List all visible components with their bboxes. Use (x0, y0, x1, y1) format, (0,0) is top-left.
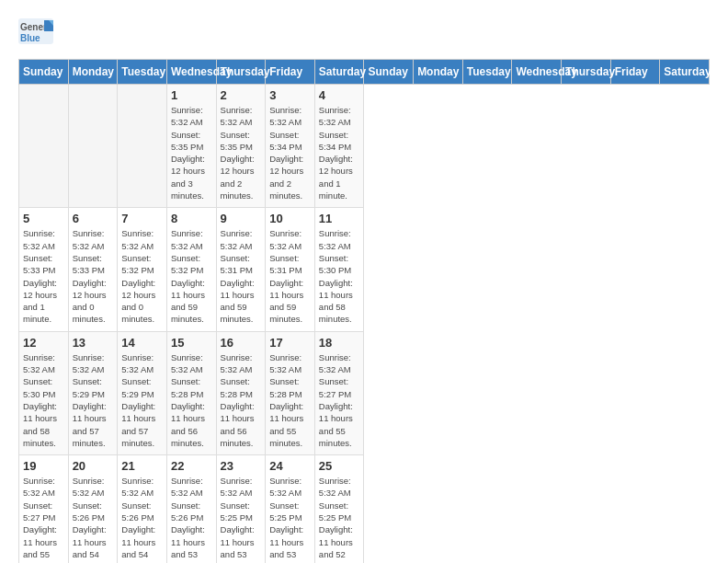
day-number: 11 (319, 212, 360, 225)
day-header-saturday: Saturday (314, 60, 364, 85)
calendar-week-row: 12Sunrise: 5:32 AM Sunset: 5:30 PM Dayli… (19, 331, 710, 454)
day-number: 3 (269, 88, 311, 102)
day-info: Sunrise: 5:32 AM Sunset: 5:35 PM Dayligh… (171, 104, 212, 201)
day-number: 20 (73, 459, 114, 473)
calendar-cell: 10Sunrise: 5:32 AM Sunset: 5:31 PM Dayli… (266, 208, 315, 331)
calendar-cell: 12Sunrise: 5:32 AM Sunset: 5:30 PM Dayli… (19, 331, 69, 454)
day-info: Sunrise: 5:32 AM Sunset: 5:31 PM Dayligh… (269, 227, 311, 325)
day-number: 23 (221, 459, 262, 473)
day-info: Sunrise: 5:32 AM Sunset: 5:31 PM Dayligh… (221, 227, 262, 325)
day-info: Sunrise: 5:32 AM Sunset: 5:32 PM Dayligh… (121, 227, 163, 325)
calendar-week-row: 19Sunrise: 5:32 AM Sunset: 5:27 PM Dayli… (19, 455, 710, 563)
calendar-cell: 17Sunrise: 5:32 AM Sunset: 5:28 PM Dayli… (266, 331, 315, 454)
day-number: 21 (121, 459, 163, 473)
day-info: Sunrise: 5:32 AM Sunset: 5:28 PM Dayligh… (221, 351, 262, 449)
calendar-cell: 19Sunrise: 5:32 AM Sunset: 5:27 PM Dayli… (19, 455, 69, 563)
calendar-cell: 6Sunrise: 5:32 AM Sunset: 5:33 PM Daylig… (68, 208, 118, 331)
day-info: Sunrise: 5:32 AM Sunset: 5:34 PM Dayligh… (319, 104, 360, 201)
day-number: 16 (221, 336, 262, 350)
day-info: Sunrise: 5:32 AM Sunset: 5:28 PM Dayligh… (269, 351, 311, 449)
day-info: Sunrise: 5:32 AM Sunset: 5:29 PM Dayligh… (121, 351, 163, 449)
calendar-cell (19, 85, 69, 208)
day-number: 13 (73, 336, 114, 350)
day-info: Sunrise: 5:32 AM Sunset: 5:26 PM Dayligh… (171, 475, 212, 563)
day-header-sunday: Sunday (364, 60, 414, 85)
calendar-header-row: SundayMondayTuesdayWednesdayThursdayFrid… (19, 60, 710, 85)
day-header-thursday: Thursday (216, 60, 266, 85)
day-info: Sunrise: 5:32 AM Sunset: 5:33 PM Dayligh… (23, 227, 64, 325)
calendar-week-row: 5Sunrise: 5:32 AM Sunset: 5:33 PM Daylig… (19, 208, 710, 331)
day-number: 12 (23, 336, 64, 350)
day-number: 22 (171, 459, 212, 473)
day-header-friday: Friday (610, 60, 660, 85)
calendar-cell: 13Sunrise: 5:32 AM Sunset: 5:29 PM Dayli… (68, 331, 118, 454)
calendar-cell: 23Sunrise: 5:32 AM Sunset: 5:25 PM Dayli… (216, 455, 266, 563)
page-header: General Blue (18, 18, 710, 44)
day-header-wednesday: Wednesday (166, 60, 216, 85)
calendar-cell: 18Sunrise: 5:32 AM Sunset: 5:27 PM Dayli… (314, 331, 364, 454)
day-number: 18 (319, 336, 360, 350)
day-info: Sunrise: 5:32 AM Sunset: 5:25 PM Dayligh… (319, 475, 360, 563)
day-number: 17 (269, 336, 311, 350)
day-header-tuesday: Tuesday (462, 60, 512, 85)
day-number: 14 (121, 336, 163, 350)
day-number: 4 (319, 88, 360, 102)
logo-icon: General Blue (18, 18, 53, 44)
calendar-cell: 16Sunrise: 5:32 AM Sunset: 5:28 PM Dayli… (216, 331, 266, 454)
calendar-cell: 15Sunrise: 5:32 AM Sunset: 5:28 PM Dayli… (166, 331, 216, 454)
day-header-thursday: Thursday (562, 60, 611, 85)
calendar-cell: 24Sunrise: 5:32 AM Sunset: 5:25 PM Dayli… (266, 455, 315, 563)
day-info: Sunrise: 5:32 AM Sunset: 5:25 PM Dayligh… (221, 475, 262, 563)
day-number: 2 (221, 88, 262, 102)
calendar-cell: 3Sunrise: 5:32 AM Sunset: 5:34 PM Daylig… (266, 85, 315, 208)
calendar-cell: 8Sunrise: 5:32 AM Sunset: 5:32 PM Daylig… (166, 208, 216, 331)
day-header-saturday: Saturday (660, 60, 710, 85)
calendar-cell: 25Sunrise: 5:32 AM Sunset: 5:25 PM Dayli… (314, 455, 364, 563)
calendar-cell: 7Sunrise: 5:32 AM Sunset: 5:32 PM Daylig… (118, 208, 167, 331)
day-info: Sunrise: 5:32 AM Sunset: 5:25 PM Dayligh… (269, 475, 311, 563)
day-header-wednesday: Wednesday (512, 60, 562, 85)
day-number: 8 (171, 212, 212, 225)
day-header-friday: Friday (266, 60, 315, 85)
day-number: 19 (23, 459, 64, 473)
day-info: Sunrise: 5:32 AM Sunset: 5:35 PM Dayligh… (221, 104, 262, 201)
calendar-cell: 11Sunrise: 5:32 AM Sunset: 5:30 PM Dayli… (314, 208, 364, 331)
day-header-tuesday: Tuesday (118, 60, 167, 85)
day-info: Sunrise: 5:32 AM Sunset: 5:34 PM Dayligh… (269, 104, 311, 201)
day-info: Sunrise: 5:32 AM Sunset: 5:27 PM Dayligh… (319, 351, 360, 449)
calendar-week-row: 1Sunrise: 5:32 AM Sunset: 5:35 PM Daylig… (19, 85, 710, 208)
calendar-table: SundayMondayTuesdayWednesdayThursdayFrid… (18, 59, 710, 563)
calendar-cell: 2Sunrise: 5:32 AM Sunset: 5:35 PM Daylig… (216, 85, 266, 208)
day-info: Sunrise: 5:32 AM Sunset: 5:30 PM Dayligh… (23, 351, 64, 449)
calendar-cell: 20Sunrise: 5:32 AM Sunset: 5:26 PM Dayli… (68, 455, 118, 563)
day-info: Sunrise: 5:32 AM Sunset: 5:29 PM Dayligh… (73, 351, 114, 449)
day-header-sunday: Sunday (19, 60, 69, 85)
day-number: 15 (171, 336, 212, 350)
logo: General Blue (18, 18, 53, 44)
day-info: Sunrise: 5:32 AM Sunset: 5:33 PM Dayligh… (73, 227, 114, 325)
calendar-cell: 4Sunrise: 5:32 AM Sunset: 5:34 PM Daylig… (314, 85, 364, 208)
day-number: 25 (319, 459, 360, 473)
day-info: Sunrise: 5:32 AM Sunset: 5:26 PM Dayligh… (121, 475, 163, 563)
day-number: 7 (121, 212, 163, 225)
calendar-cell: 5Sunrise: 5:32 AM Sunset: 5:33 PM Daylig… (19, 208, 69, 331)
day-info: Sunrise: 5:32 AM Sunset: 5:26 PM Dayligh… (73, 475, 114, 563)
day-info: Sunrise: 5:32 AM Sunset: 5:30 PM Dayligh… (319, 227, 360, 325)
calendar-cell: 9Sunrise: 5:32 AM Sunset: 5:31 PM Daylig… (216, 208, 266, 331)
calendar-cell (68, 85, 118, 208)
calendar-cell: 1Sunrise: 5:32 AM Sunset: 5:35 PM Daylig… (166, 85, 216, 208)
day-number: 1 (171, 88, 212, 102)
day-header-monday: Monday (68, 60, 118, 85)
calendar-cell: 21Sunrise: 5:32 AM Sunset: 5:26 PM Dayli… (118, 455, 167, 563)
day-number: 5 (23, 212, 64, 225)
day-header-monday: Monday (414, 60, 463, 85)
day-info: Sunrise: 5:32 AM Sunset: 5:28 PM Dayligh… (171, 351, 212, 449)
calendar-cell: 22Sunrise: 5:32 AM Sunset: 5:26 PM Dayli… (166, 455, 216, 563)
calendar-cell (118, 85, 167, 208)
day-number: 10 (269, 212, 311, 225)
day-info: Sunrise: 5:32 AM Sunset: 5:32 PM Dayligh… (171, 227, 212, 325)
svg-text:Blue: Blue (20, 33, 40, 43)
calendar-cell: 14Sunrise: 5:32 AM Sunset: 5:29 PM Dayli… (118, 331, 167, 454)
day-number: 6 (73, 212, 114, 225)
day-info: Sunrise: 5:32 AM Sunset: 5:27 PM Dayligh… (23, 475, 64, 563)
